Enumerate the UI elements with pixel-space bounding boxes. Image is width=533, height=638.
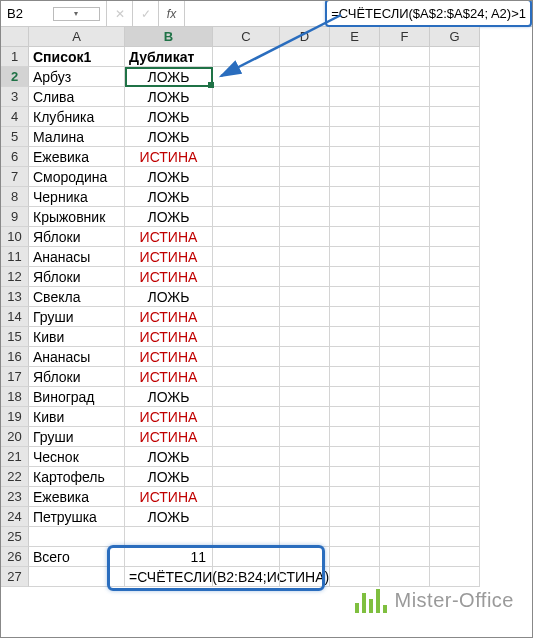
cell-list-item[interactable]: Киви	[29, 407, 125, 427]
cell-duplicate-flag[interactable]: ИСТИНА	[125, 147, 213, 167]
cell-list-item[interactable]: Яблоки	[29, 227, 125, 247]
cell[interactable]	[380, 147, 430, 167]
cell[interactable]	[430, 567, 480, 587]
cell[interactable]	[430, 427, 480, 447]
cell[interactable]	[430, 367, 480, 387]
cell-duplicate-flag[interactable]: ИСТИНА	[125, 227, 213, 247]
cell[interactable]	[330, 227, 380, 247]
row-header[interactable]: 27	[1, 567, 29, 587]
cell[interactable]	[280, 547, 330, 567]
cell[interactable]	[213, 127, 280, 147]
row-header[interactable]: 19	[1, 407, 29, 427]
cell[interactable]	[280, 47, 330, 67]
cell[interactable]	[213, 407, 280, 427]
row-header[interactable]: 22	[1, 467, 29, 487]
cell-list-item[interactable]: Ананасы	[29, 347, 125, 367]
cell[interactable]	[430, 287, 480, 307]
cell[interactable]	[330, 107, 380, 127]
cell[interactable]	[280, 447, 330, 467]
cell-list-item[interactable]: Яблоки	[29, 367, 125, 387]
cell[interactable]	[330, 507, 380, 527]
cell[interactable]	[380, 107, 430, 127]
cell-duplicate-flag[interactable]: ЛОЖЬ	[125, 187, 213, 207]
cell[interactable]	[380, 427, 430, 447]
row-header[interactable]: 4	[1, 107, 29, 127]
cell-list-item[interactable]: Смородина	[29, 167, 125, 187]
cell[interactable]	[380, 527, 430, 547]
cell-duplicate-flag[interactable]: ЛОЖЬ	[125, 127, 213, 147]
cell[interactable]	[280, 407, 330, 427]
row-header[interactable]: 25	[1, 527, 29, 547]
cell-duplicate-flag[interactable]: ИСТИНА	[125, 407, 213, 427]
row-header[interactable]: 9	[1, 207, 29, 227]
cell-list-item[interactable]: Чеснок	[29, 447, 125, 467]
row-header[interactable]: 1	[1, 47, 29, 67]
cell-list-item[interactable]: Ежевика	[29, 147, 125, 167]
row-header[interactable]: 7	[1, 167, 29, 187]
cell[interactable]	[213, 427, 280, 447]
cell[interactable]	[213, 507, 280, 527]
cell[interactable]	[430, 487, 480, 507]
cell[interactable]	[330, 327, 380, 347]
col-header-A[interactable]: A	[29, 27, 125, 47]
cell[interactable]	[280, 107, 330, 127]
cell[interactable]	[330, 167, 380, 187]
cell[interactable]	[213, 547, 280, 567]
row-header[interactable]: 26	[1, 547, 29, 567]
cell[interactable]	[380, 367, 430, 387]
cell[interactable]	[380, 167, 430, 187]
cell[interactable]	[330, 147, 380, 167]
formula-input[interactable]: =СЧЁТЕСЛИ($A$2:$A$24; A2)>1	[185, 1, 532, 26]
row-header[interactable]: 23	[1, 487, 29, 507]
cell[interactable]	[430, 187, 480, 207]
cell[interactable]	[430, 47, 480, 67]
summary-label[interactable]: Всего	[29, 547, 125, 567]
cell[interactable]	[380, 247, 430, 267]
cell[interactable]	[213, 227, 280, 247]
cell-duplicate-flag[interactable]: ЛОЖЬ	[125, 207, 213, 227]
cell-list-item[interactable]: Слива	[29, 87, 125, 107]
cell[interactable]	[430, 387, 480, 407]
cell[interactable]	[380, 347, 430, 367]
cell[interactable]	[125, 527, 213, 547]
cell[interactable]	[430, 227, 480, 247]
cell-list-item[interactable]: Картофель	[29, 467, 125, 487]
cell-list-item[interactable]: Груши	[29, 427, 125, 447]
row-header[interactable]: 3	[1, 87, 29, 107]
cell-duplicate-flag[interactable]: ИСТИНА	[125, 307, 213, 327]
cell[interactable]	[380, 407, 430, 427]
cell[interactable]	[213, 447, 280, 467]
cell[interactable]	[213, 487, 280, 507]
cell-duplicate-flag[interactable]: ЛОЖЬ	[125, 107, 213, 127]
cell[interactable]	[380, 227, 430, 247]
cell[interactable]	[29, 567, 125, 587]
row-header[interactable]: 18	[1, 387, 29, 407]
cell[interactable]	[380, 467, 430, 487]
row-header[interactable]: 10	[1, 227, 29, 247]
cell[interactable]	[280, 207, 330, 227]
row-header[interactable]: 12	[1, 267, 29, 287]
cell[interactable]	[430, 547, 480, 567]
cell-duplicate-flag[interactable]: ИСТИНА	[125, 427, 213, 447]
cell-duplicate-flag[interactable]: ЛОЖЬ	[125, 67, 213, 87]
cell[interactable]	[430, 207, 480, 227]
cell[interactable]	[330, 207, 380, 227]
row-header[interactable]: 16	[1, 347, 29, 367]
cell[interactable]	[430, 67, 480, 87]
cell[interactable]	[280, 167, 330, 187]
col-header-E[interactable]: E	[330, 27, 380, 47]
cell[interactable]	[330, 407, 380, 427]
cell[interactable]	[280, 227, 330, 247]
cell-duplicate-flag[interactable]: ЛОЖЬ	[125, 167, 213, 187]
cell-duplicate-flag[interactable]: ИСТИНА	[125, 347, 213, 367]
cell[interactable]	[280, 187, 330, 207]
cell[interactable]	[330, 567, 380, 587]
cell[interactable]	[330, 367, 380, 387]
col-header-G[interactable]: G	[430, 27, 480, 47]
cell[interactable]	[430, 147, 480, 167]
col-header-D[interactable]: D	[280, 27, 330, 47]
cell-list-item[interactable]: Арбуз	[29, 67, 125, 87]
cell-duplicate-flag[interactable]: ЛОЖЬ	[125, 467, 213, 487]
cell[interactable]	[280, 267, 330, 287]
cell-list-item[interactable]: Черника	[29, 187, 125, 207]
